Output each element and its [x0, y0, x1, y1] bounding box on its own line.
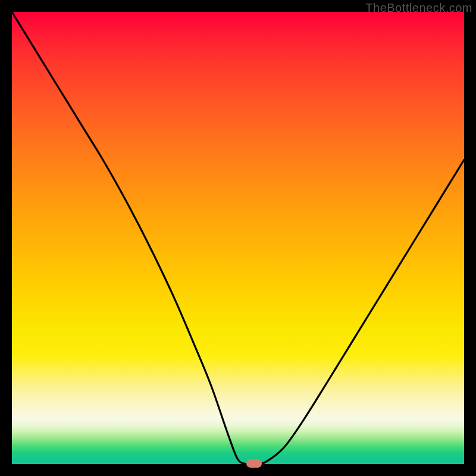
bottleneck-curve-path: [12, 12, 464, 464]
minimum-marker: [246, 459, 262, 468]
plot-area: [12, 12, 464, 464]
attribution-label: TheBottleneck.com: [365, 1, 472, 15]
bottleneck-curve: [12, 12, 464, 464]
chart-container: TheBottleneck.com: [0, 0, 476, 476]
